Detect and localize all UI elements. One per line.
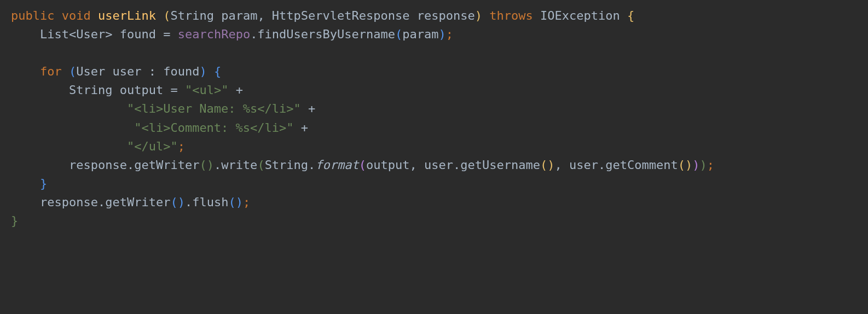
method-name: userLink [98, 9, 156, 22]
keyword-throws: throws [489, 9, 533, 22]
string-literal: "<ul>" [185, 83, 228, 97]
brace-open: { [627, 9, 634, 22]
code-line-1: public void userLink (String param, Http… [11, 9, 634, 22]
string-literal: "<li>Comment: %s</li>" [134, 121, 293, 135]
exception-type: IOException [540, 9, 620, 22]
code-line-9: response.getWriter().write(String.format… [11, 158, 714, 172]
keyword-public: public [11, 9, 54, 22]
code-line-7: "<li>Comment: %s</li>" + [11, 121, 308, 135]
brace-open: { [214, 65, 221, 78]
code-line-5: String output = "<ul>" + [11, 83, 243, 97]
code-line-3 [11, 46, 18, 60]
string-literal: "</ul>" [127, 139, 178, 153]
code-line-12: } [11, 214, 18, 228]
code-line-8: "</ul>"; [11, 139, 185, 153]
code-line-10: } [11, 177, 47, 190]
brace-close: } [11, 214, 18, 228]
code-line-11: response.getWriter().flush(); [11, 195, 250, 209]
keyword-for: for [40, 65, 62, 78]
code-line-6: "<li>User Name: %s</li>" + [11, 102, 315, 115]
paren-close: ) [475, 9, 482, 22]
static-method-format: format [315, 158, 358, 172]
code-line-2: List<User> found = searchRepo.findUsersB… [11, 27, 453, 41]
code-editor[interactable]: public void userLink (String param, Http… [0, 0, 868, 237]
params: String param, HttpServletResponse respon… [170, 9, 474, 22]
brace-close: } [40, 177, 47, 190]
paren-open: ( [163, 9, 170, 22]
keyword-void: void [62, 9, 91, 22]
code-line-4: for (User user : found) { [11, 65, 221, 78]
field-searchRepo: searchRepo [178, 27, 250, 41]
string-literal: "<li>User Name: %s</li>" [127, 102, 301, 115]
